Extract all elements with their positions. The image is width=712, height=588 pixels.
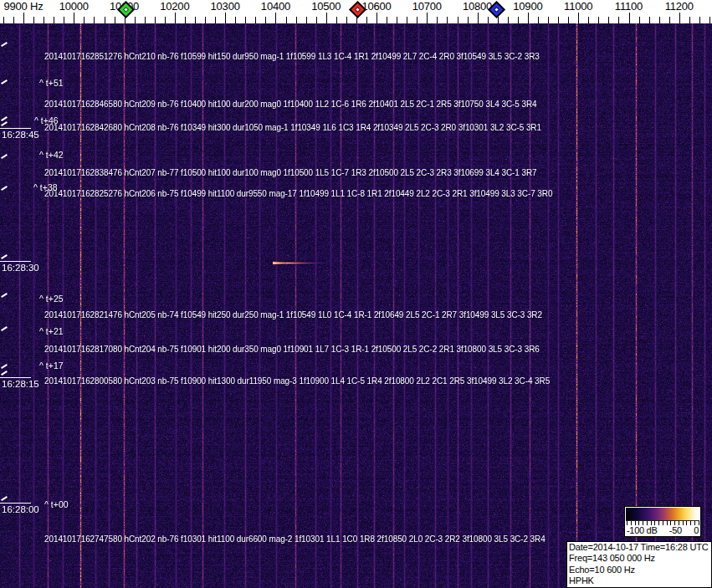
ruler-tick: [84, 17, 85, 23]
ruler-tick: [538, 17, 539, 23]
frequency-axis-label: 10200: [160, 0, 189, 13]
colorbar-tick: [658, 521, 659, 525]
frequency-ruler[interactable]: 9900 Hz100001010010200103001040010500106…: [0, 0, 712, 23]
ruler-tick: [366, 17, 367, 23]
colorbar-tick: [635, 521, 636, 525]
ruler-tick: [145, 17, 146, 23]
ruler-tick: [417, 17, 417, 23]
ruler-tick: [397, 17, 397, 23]
colorbar-tick: [690, 521, 691, 525]
colorbar-tick: [638, 521, 639, 525]
frequency-axis-label: 10700: [412, 0, 442, 13]
colorbar-tick: [663, 521, 663, 525]
colorbar-tick: [647, 521, 648, 525]
ruler-tick: [518, 17, 519, 23]
ruler-tick: [447, 17, 448, 23]
ruler-tick: [316, 17, 317, 23]
ruler-tick: [195, 17, 196, 23]
ruler-tick: [64, 17, 64, 23]
colorbar-tick: [667, 521, 668, 525]
ruler-tick: [3, 17, 4, 23]
ruler-tick: [598, 17, 599, 23]
amplitude-colorbar: -100 dB -50 0: [624, 506, 701, 537]
colorbar-tick: [674, 521, 675, 525]
frequency-axis-label: 10800: [463, 0, 492, 13]
colorbar-gradient: [626, 508, 699, 521]
colorbar-tick: [686, 521, 687, 525]
frequency-axis-label: 11100: [615, 0, 643, 13]
ruler-tick: [699, 17, 700, 23]
ruler-tick: [44, 17, 44, 23]
frequency-axis-label: 10600: [361, 0, 391, 13]
ruler-tick: [488, 17, 489, 23]
ruler-tick: [275, 13, 276, 23]
ruler-tick: [306, 17, 307, 23]
colorbar-tick: [670, 521, 671, 525]
frequency-axis-label: 11200: [665, 0, 694, 13]
ruler-tick: [235, 17, 236, 23]
info-echo-frequency: Echo=10 600 Hz: [569, 565, 711, 575]
colorbar-ticks: [625, 521, 700, 526]
colorbar-tick: [694, 521, 695, 525]
colorbar-tick: [627, 521, 627, 525]
ruler-tick: [679, 13, 680, 23]
ruler-tick: [115, 17, 115, 23]
ruler-tick: [568, 17, 569, 23]
ruler-tick: [437, 17, 438, 23]
ruler-tick: [135, 17, 136, 23]
ruler-tick: [468, 17, 469, 23]
ruler-tick: [255, 17, 256, 23]
ruler-tick: [649, 17, 650, 23]
ruler-tick: [376, 13, 377, 23]
ruler-tick: [709, 17, 710, 23]
ruler-tick: [33, 17, 34, 23]
colorbar-tick: [683, 521, 684, 525]
colorbar-labels: -100 dB -50 0: [625, 526, 700, 535]
ruler-tick: [105, 17, 105, 23]
ruler-tick: [245, 17, 246, 23]
ruler-tick: [74, 13, 74, 23]
ruler-tick: [548, 17, 549, 23]
ruler-tick: [165, 17, 166, 23]
info-callsign: HPHK: [569, 575, 711, 586]
status-info-box: Date=2014-10-17 Time=16:28 UTC Freq=143 …: [566, 541, 712, 588]
ruler-tick: [54, 17, 54, 23]
spectrogram-waterfall[interactable]: [0, 23, 712, 588]
ruler-tick: [346, 17, 347, 23]
ruler-tick: [689, 17, 690, 23]
ruler-tick: [265, 17, 266, 23]
info-frequency: Freq=143 050 000 Hz: [569, 553, 711, 564]
ruler-tick: [669, 17, 670, 23]
colorbar-label-mid: -50: [669, 526, 682, 535]
colorbar-tick: [699, 521, 699, 525]
ruler-tick: [618, 17, 619, 23]
colorbar-tick: [679, 521, 679, 525]
frequency-axis-label: 10900: [513, 0, 542, 13]
colorbar-tick: [643, 521, 643, 525]
ruler-tick: [578, 13, 579, 23]
ruler-tick: [458, 17, 458, 23]
ruler-tick: [508, 17, 509, 23]
colorbar-tick: [631, 521, 632, 525]
ruler-tick: [225, 13, 226, 23]
ruler-tick: [427, 13, 428, 23]
ruler-tick: [639, 17, 640, 23]
colorbar-label-max: 0: [694, 526, 699, 535]
ruler-tick: [478, 13, 479, 23]
ruler-tick: [175, 13, 176, 23]
ruler-tick: [296, 17, 297, 23]
ruler-tick: [387, 17, 387, 23]
info-date-time: Date=2014-10-17 Time=16:28 UTC: [569, 542, 711, 553]
ruler-tick: [326, 13, 327, 23]
colorbar-label-min: -100 dB: [627, 526, 657, 535]
ruler-tick: [215, 17, 216, 23]
ruler-tick: [336, 17, 337, 23]
ruler-tick: [588, 17, 589, 23]
ruler-tick: [498, 17, 499, 23]
ruler-tick: [558, 17, 559, 23]
ruler-tick: [185, 17, 186, 23]
frequency-axis-label: 10400: [261, 0, 290, 13]
ruler-tick: [659, 17, 660, 23]
ruler-tick: [13, 17, 14, 23]
ruler-tick: [23, 13, 24, 23]
